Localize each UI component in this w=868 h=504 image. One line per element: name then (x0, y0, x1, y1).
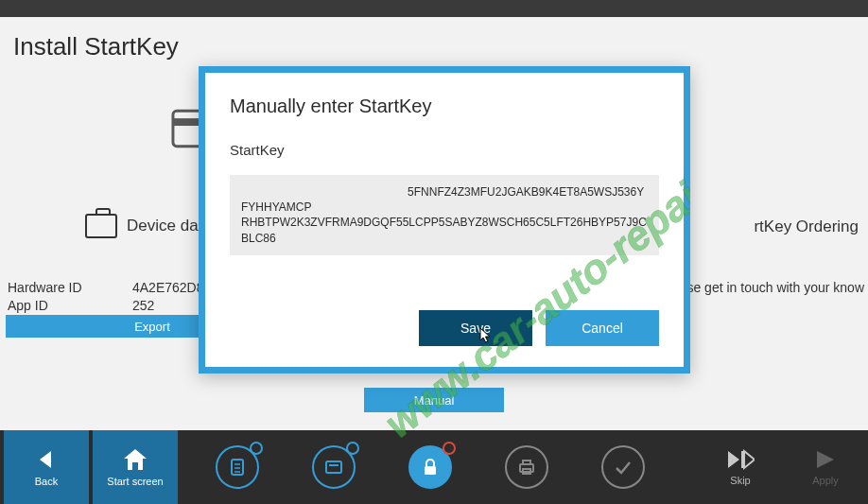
svg-rect-6 (329, 464, 339, 466)
tool-strip (182, 430, 698, 504)
page-title: Install StartKey (13, 32, 855, 61)
svg-rect-7 (425, 466, 436, 475)
modal-title: Manually enter StartKey (230, 96, 659, 117)
skip-button[interactable]: Skip (698, 430, 783, 504)
lock-tool-icon[interactable] (408, 445, 452, 489)
printer-tool-icon[interactable] (505, 445, 548, 489)
app-id-label: App ID (8, 298, 132, 313)
info-badge-icon (346, 442, 359, 455)
hardware-id-row: Hardware ID 4A2E762D8 (8, 280, 204, 295)
screen-tool-icon[interactable] (312, 445, 356, 489)
manual-button[interactable]: Manual (364, 388, 504, 412)
app-id-value: 252 (132, 298, 154, 313)
startkey-ordering-label: rtKey Ordering (754, 217, 859, 236)
briefcase-icon (85, 214, 117, 238)
hardware-id-value: 4A2E762D8 (132, 280, 204, 295)
cancel-button[interactable]: Cancel (546, 310, 659, 346)
play-icon (813, 448, 838, 471)
back-arrow-icon (34, 447, 59, 472)
bottom-nav: Back Start screen Skip A (0, 430, 868, 504)
app-id-row: App ID 252 (8, 298, 154, 313)
svg-rect-9 (523, 461, 530, 464)
device-data-label: Device da (127, 217, 199, 235)
svg-rect-5 (326, 461, 341, 473)
info-badge-icon (250, 442, 263, 455)
contact-note: ease get in touch with your know (672, 280, 864, 295)
home-icon (122, 447, 148, 472)
startkey-input[interactable]: XXXXXXXXXXXXXXXXXXXXXX5FNNFZ4Z3MFU2JGAKB… (230, 175, 659, 255)
alert-badge-icon (443, 442, 456, 455)
clipboard-tool-icon[interactable] (216, 445, 259, 489)
startkey-field-label: StartKey (230, 142, 659, 158)
window-titlebar (0, 0, 868, 17)
start-screen-button[interactable]: Start screen (93, 430, 178, 504)
check-tool-icon[interactable] (601, 445, 645, 489)
hardware-id-label: Hardware ID (8, 280, 132, 295)
apply-button[interactable]: Apply (783, 430, 868, 504)
modal-button-row: Save Cancel (230, 310, 659, 346)
back-button[interactable]: Back (4, 430, 89, 504)
save-button[interactable]: Save (419, 310, 532, 346)
modal-dialog: Manually enter StartKey StartKey XXXXXXX… (199, 66, 690, 374)
skip-icon (726, 448, 755, 471)
